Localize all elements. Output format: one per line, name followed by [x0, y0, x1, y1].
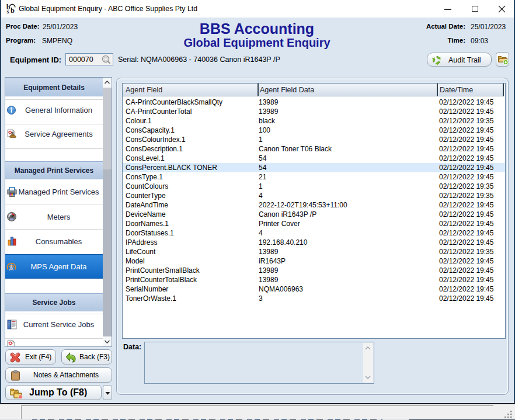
svg-text:b: b: [11, 6, 15, 15]
svg-text:s: s: [7, 8, 9, 14]
